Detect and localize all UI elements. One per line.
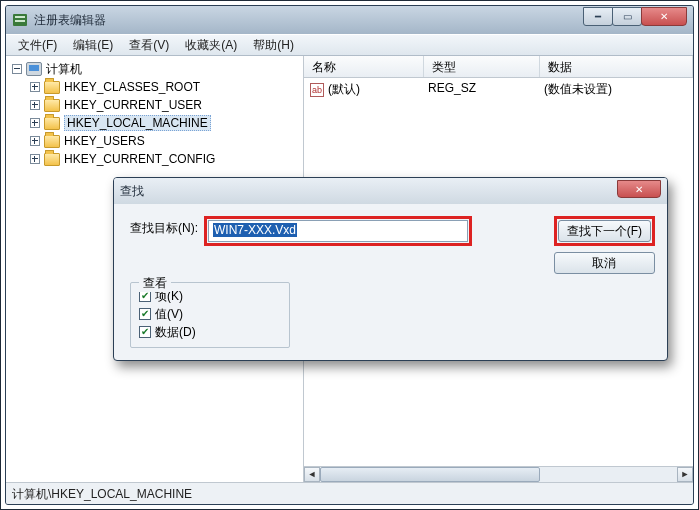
- tree-label: HKEY_USERS: [64, 134, 145, 148]
- dialog-title: 查找: [120, 183, 661, 200]
- find-next-button[interactable]: 查找下一个(F): [558, 220, 651, 242]
- cancel-button[interactable]: 取消: [554, 252, 655, 274]
- folder-icon: [44, 99, 60, 112]
- expander-icon[interactable]: [30, 154, 40, 164]
- status-text: 计算机\HKEY_LOCAL_MACHINE: [12, 487, 192, 501]
- find-input[interactable]: WIN7-XXX.Vxd: [208, 220, 468, 242]
- cell-type: REG_SZ: [424, 81, 540, 98]
- col-type[interactable]: 类型: [424, 56, 540, 77]
- maximize-button[interactable]: ▭: [612, 7, 642, 26]
- scroll-thumb[interactable]: [320, 467, 540, 482]
- regedit-icon: [12, 12, 28, 28]
- window-buttons: ━ ▭ ✕: [584, 7, 687, 26]
- checkbox-label: 值(V): [155, 306, 183, 323]
- checkbox-icon: ✔: [139, 308, 151, 320]
- dialog-close-button[interactable]: ✕: [617, 180, 661, 198]
- expander-icon[interactable]: [30, 82, 40, 92]
- svg-rect-2: [15, 20, 25, 22]
- scroll-left-icon[interactable]: ◄: [304, 467, 320, 482]
- close-button[interactable]: ✕: [641, 7, 687, 26]
- tree-item[interactable]: HKEY_CLASSES_ROOT: [10, 78, 303, 96]
- menu-file[interactable]: 文件(F): [10, 35, 65, 56]
- col-name[interactable]: 名称: [304, 56, 424, 77]
- expander-icon[interactable]: [30, 136, 40, 146]
- find-input-value: WIN7-XXX.Vxd: [213, 223, 297, 237]
- expander-icon[interactable]: [12, 64, 22, 74]
- menu-edit[interactable]: 编辑(E): [65, 35, 121, 56]
- folder-icon: [44, 81, 60, 94]
- checkbox-wholeword[interactable]: 全字匹配(W): [130, 358, 655, 361]
- tree-label: HKEY_CURRENT_USER: [64, 98, 202, 112]
- expander-icon[interactable]: [30, 118, 40, 128]
- menubar: 文件(F) 编辑(E) 查看(V) 收藏夹(A) 帮助(H): [6, 34, 693, 56]
- checkbox-values[interactable]: ✔ 值(V): [139, 305, 281, 323]
- tree-item[interactable]: HKEY_CURRENT_CONFIG: [10, 150, 303, 168]
- menu-favorites[interactable]: 收藏夹(A): [177, 35, 245, 56]
- expander-icon[interactable]: [30, 100, 40, 110]
- tree-label: 计算机: [46, 61, 82, 78]
- tree-item-selected[interactable]: HKEY_LOCAL_MACHINE: [10, 114, 303, 132]
- list-row[interactable]: ab (默认) REG_SZ (数值未设置): [304, 78, 693, 101]
- tree-label: HKEY_CLASSES_ROOT: [64, 80, 200, 94]
- tree-root[interactable]: 计算机: [10, 60, 303, 78]
- menu-help[interactable]: 帮助(H): [245, 35, 302, 56]
- computer-icon: [26, 62, 42, 76]
- col-data[interactable]: 数据: [540, 56, 693, 77]
- checkbox-label: 全字匹配(W): [146, 359, 213, 362]
- find-dialog: 查找 ✕ 查找目标(N): WIN7-XXX.Vxd 查找下一个(F) 取消: [113, 177, 668, 361]
- checkbox-data[interactable]: ✔ 数据(D): [139, 323, 281, 341]
- cell-data: (数值未设置): [540, 81, 693, 98]
- dialog-titlebar: 查找 ✕: [114, 178, 667, 204]
- tree-item[interactable]: HKEY_USERS: [10, 132, 303, 150]
- find-label: 查找目标(N):: [130, 216, 198, 237]
- tree-item[interactable]: HKEY_CURRENT_USER: [10, 96, 303, 114]
- menu-view[interactable]: 查看(V): [121, 35, 177, 56]
- group-legend: 查看: [139, 275, 171, 292]
- lookat-group: 查看 ✔ 项(K) ✔ 值(V) ✔ 数据(D): [130, 282, 290, 348]
- folder-icon: [44, 153, 60, 166]
- svg-rect-1: [15, 16, 25, 18]
- folder-icon: [44, 117, 60, 130]
- checkbox-label: 数据(D): [155, 324, 196, 341]
- horizontal-scrollbar[interactable]: ◄ ►: [304, 466, 693, 482]
- checkbox-icon: ✔: [139, 326, 151, 338]
- tree-label: HKEY_LOCAL_MACHINE: [64, 115, 211, 131]
- cell-name: (默认): [328, 81, 360, 98]
- string-value-icon: ab: [310, 83, 324, 97]
- tree-label: HKEY_CURRENT_CONFIG: [64, 152, 215, 166]
- highlight-input: WIN7-XXX.Vxd: [204, 216, 472, 246]
- statusbar: 计算机\HKEY_LOCAL_MACHINE: [6, 482, 693, 504]
- list-header: 名称 类型 数据: [304, 56, 693, 78]
- minimize-button[interactable]: ━: [583, 7, 613, 26]
- folder-icon: [44, 135, 60, 148]
- scroll-right-icon[interactable]: ►: [677, 467, 693, 482]
- titlebar: 注册表编辑器 ━ ▭ ✕: [6, 6, 693, 34]
- highlight-findnext: 查找下一个(F): [554, 216, 655, 246]
